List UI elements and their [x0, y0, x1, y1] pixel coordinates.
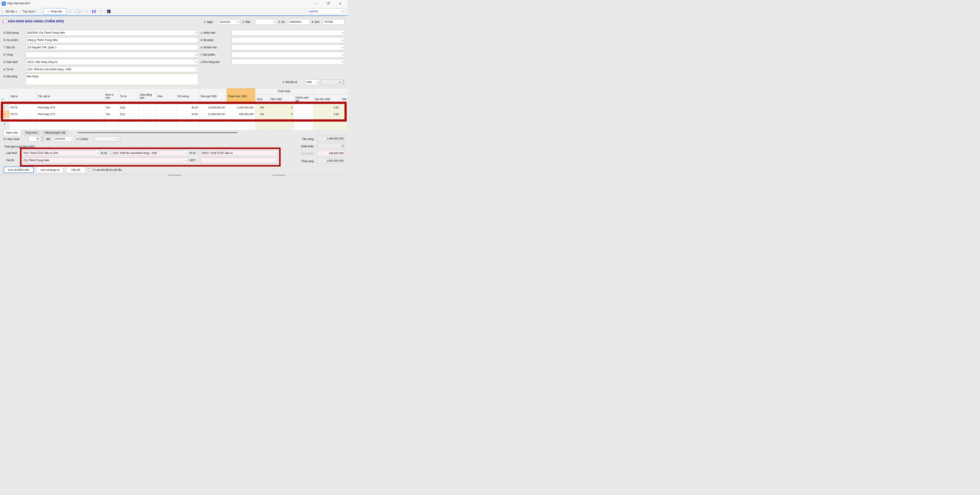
region-field[interactable] [25, 52, 198, 57]
grid-cell-hop_dong_ban[interactable] [138, 104, 156, 111]
grid-cell-tien[interactable] [340, 104, 348, 111]
grid-cell-tk_co[interactable] [119, 117, 138, 121]
dropdown-arrow-icon[interactable] [315, 79, 319, 85]
save-button[interactable] [92, 9, 96, 14]
grid-cell-vat_tu[interactable] [9, 121, 37, 128]
grid-cell-thanh_tien_vnd[interactable] [226, 121, 255, 128]
debit-account-field[interactable]: 1311: Phải thu của khách hàng - VND [25, 67, 198, 72]
dropdown-arrow-icon[interactable] [341, 37, 345, 43]
grid-cell-ty_le[interactable] [255, 117, 269, 121]
grid-cell-so_luong[interactable]: 45.00 [176, 104, 199, 111]
employee-field[interactable] [232, 30, 345, 36]
print-after-save-checkbox[interactable] [89, 168, 92, 171]
dropdown-arrow-icon[interactable] [236, 19, 240, 25]
dropdown-arrow-icon[interactable] [341, 45, 345, 50]
grid-cell-gia_von_vnd[interactable] [313, 128, 340, 130]
grid-cell-don_gia_vnd[interactable] [199, 121, 226, 128]
currency-field[interactable]: VND [305, 79, 320, 85]
dropdown-arrow-icon[interactable] [184, 151, 188, 156]
grid-cell-kho[interactable] [156, 104, 176, 111]
customer-code-field[interactable]: D020205: Cty TNHH Trọng Hiên [25, 30, 198, 36]
grid-cell-hop_dong_ban[interactable] [138, 121, 156, 128]
grid-cell-don_gia_vnd[interactable] [199, 117, 226, 121]
sales-order-field[interactable] [232, 59, 345, 65]
splitter-handle[interactable] [78, 132, 237, 133]
grid-cell-tien_vnd[interactable] [269, 117, 294, 121]
close-button[interactable]: ✕ [335, 0, 345, 7]
column-group-header-discount[interactable]: Chiết khấu [255, 88, 313, 94]
grid-cell-ten_vat_tu[interactable]: Phôi thép CT5 [37, 104, 104, 111]
new-document-button[interactable] [75, 9, 80, 14]
grid-cell-tk_co[interactable]: 5111 [119, 104, 138, 111]
grid-cell-chinh_sach_gia[interactable] [294, 111, 313, 117]
grid-cell-tien[interactable] [340, 121, 348, 128]
column-header-ty_le[interactable]: Tỷ lệ [255, 94, 269, 104]
number-field[interactable]: HD004/01 [288, 19, 310, 25]
grid-cell-don_gia_vnd[interactable] [199, 128, 226, 130]
grid-cell-don_vi_tinh[interactable]: Tấn [104, 104, 119, 111]
dropdown-arrow-icon[interactable] [194, 59, 198, 65]
save-and-close-button[interactable]: Lưu và quay ra [36, 167, 64, 173]
grid-cell-vat_tu[interactable]: PCT5 [9, 104, 37, 111]
grid-cell-so_luong[interactable]: 20.00 [176, 111, 199, 117]
dropdown-arrow-icon[interactable] [194, 52, 198, 57]
grid-cell-ten_vat_tu[interactable]: Phôi thép CT3 [37, 111, 104, 117]
grid-cell-don_vi_tinh[interactable]: Tấn [104, 111, 119, 117]
grid-cell-don_gia_vnd[interactable]: 23,000,000.00 [199, 104, 226, 111]
menu-data[interactable]: Dữ liệu [5, 9, 18, 14]
dropdown-arrow-icon[interactable] [272, 19, 276, 25]
dropdown-arrow-icon[interactable] [273, 151, 277, 156]
grid-cell-gia_von_vnd[interactable]: 0.00 [313, 104, 340, 111]
dropdown-arrow-icon[interactable] [194, 30, 198, 35]
dropdown-arrow-icon[interactable] [95, 151, 99, 156]
grid-cell-tk_co[interactable] [119, 121, 138, 128]
grid-cell-gia_von_vnd[interactable] [313, 117, 340, 121]
grid-cell-tk_co[interactable] [119, 128, 138, 130]
payment-term-field[interactable]: 10 [29, 136, 44, 141]
grid-cell-tien_vnd[interactable]: 0 [269, 111, 294, 117]
grid-cell-don_gia_vnd[interactable]: 21,450,000.00 [199, 111, 226, 117]
grid-cell-don_vi_tinh[interactable] [104, 128, 119, 130]
dropdown-arrow-icon[interactable] [184, 158, 188, 163]
row-selector[interactable]: 1 [0, 104, 9, 111]
tab-promo-goods[interactable]: Hàng khuyến mãi [42, 130, 68, 135]
vat-credit-field[interactable]: 33311: Thuế GTGT đầu ra [200, 150, 277, 156]
grid-cell-kho[interactable] [156, 128, 176, 130]
tax-id-field[interactable] [200, 157, 277, 163]
dropdown-arrow-icon[interactable] [341, 59, 345, 65]
grid-cell-chinh_sach_gia[interactable] [294, 121, 313, 128]
address-field[interactable]: 123 Nguyễn Trãi, Quận 1 [25, 44, 198, 50]
column-header-hop_dong_ban[interactable]: Hợp đồng bán [138, 88, 156, 104]
grid-cell-ty_le[interactable] [255, 128, 269, 130]
grid-cell-thanh_tien_vnd[interactable]: 429,000,000 [226, 111, 255, 117]
column-header-don_gia_vnd[interactable]: Đơn giá VND [199, 88, 226, 104]
date-field[interactable]: 31/01/23 [218, 19, 240, 25]
customer-name-field[interactable]: Công ty TNHH Trọng Hiên [25, 37, 198, 43]
dropdown-arrow-icon[interactable] [341, 52, 345, 57]
grid-cell-ty_le[interactable]: 0% [255, 111, 269, 117]
grid-cell-kho[interactable] [156, 121, 176, 128]
grid-cell-ten_vat_tu[interactable] [37, 128, 104, 130]
column-header-don_vi_tinh[interactable]: Đơn vị tính [104, 88, 119, 104]
column-header-tk_co[interactable]: Tk có [119, 88, 138, 104]
grid-cell-gia_von_vnd[interactable] [313, 121, 340, 128]
grid-cell-vat_tu[interactable]: PCT3 [9, 111, 37, 117]
column-header-thanh_tien_vnd[interactable]: Thành tiền VND [226, 88, 255, 104]
grid-cell-gia_von_vnd[interactable]: 0.00 [313, 111, 340, 117]
grid-cell-don_vi_tinh[interactable] [104, 121, 119, 128]
template-field[interactable] [255, 19, 277, 25]
grid-cell-chinh_sach_gia[interactable] [294, 104, 313, 111]
new-row-marker[interactable]: * [0, 121, 9, 128]
grid-cell-kho[interactable] [156, 111, 176, 117]
spinner-buttons[interactable] [342, 79, 345, 85]
tax-type-field[interactable]: R10: Thuế GTGT đầu ra 10% [22, 150, 99, 156]
tab-accounting[interactable]: Hạch toán [3, 130, 21, 135]
grid-cell-chinh_sach_gia[interactable] [294, 128, 313, 130]
grid-cell-don_vi_tinh[interactable] [104, 117, 119, 121]
save-and-new-button[interactable]: Lưu và thêm mới [3, 167, 34, 173]
exchange-rate-field[interactable]: 1 [321, 79, 345, 85]
grid-cell-tien_vnd[interactable] [269, 121, 294, 128]
column-header-ten_vat_tu[interactable]: Tên vật tư [37, 88, 104, 104]
vat-debit-field[interactable]: 1311: Phải thu của khách hàng - VND [111, 150, 188, 156]
column-header-vat_tu[interactable]: Vật tư [9, 88, 37, 104]
